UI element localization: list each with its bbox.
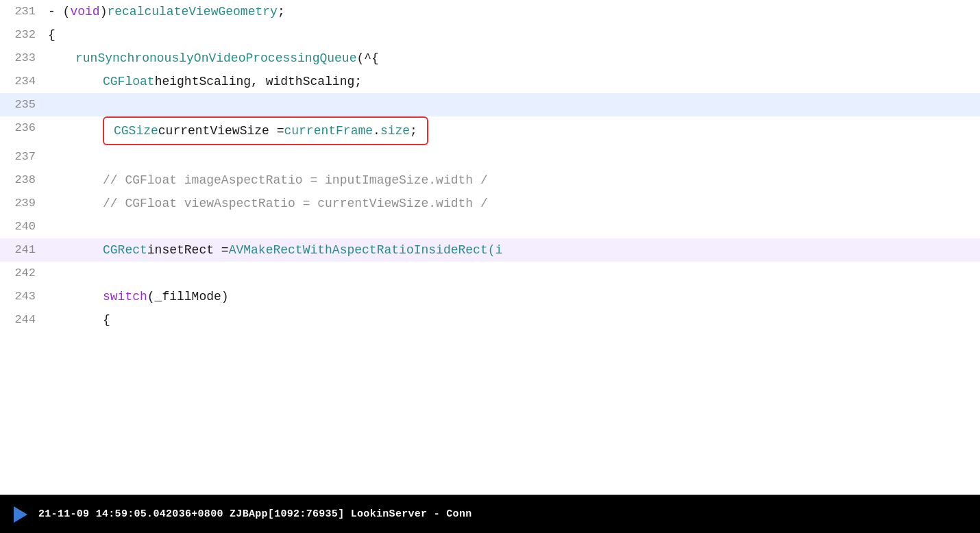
code-token: { <box>48 23 56 47</box>
code-token: AVMakeRectWithAspectRatioInsideRect(i <box>229 238 503 262</box>
line-content <box>48 145 980 169</box>
code-token: void <box>70 0 99 23</box>
code-token: runSynchronouslyOnVideoProcessingQueue <box>75 47 356 70</box>
line-number: 239 <box>0 192 48 215</box>
code-token: (^{ <box>356 47 378 70</box>
code-token: - ( <box>48 0 70 23</box>
code-line: 238// CGFloat imageAspectRatio = inputIm… <box>0 169 980 192</box>
code-line: 241CGRect insetRect = AVMakeRectWithAspe… <box>0 238 980 262</box>
code-area[interactable]: 231- (void)recalculateViewGeometry;232{2… <box>0 0 980 495</box>
code-token: CGFloat <box>103 70 155 93</box>
line-number: 238 <box>0 169 48 192</box>
code-token: recalculateViewGeometry <box>107 0 277 23</box>
code-token: CGRect <box>103 238 147 262</box>
editor-container: 231- (void)recalculateViewGeometry;232{2… <box>0 0 980 533</box>
code-line: 243switch(_fillMode) <box>0 285 980 308</box>
line-number: 240 <box>0 215 48 238</box>
code-token: . <box>373 119 380 142</box>
line-number: 231 <box>0 0 48 23</box>
highlighted-line-box: CGSize currentViewSize = currentFrame.si… <box>103 116 428 145</box>
code-token: heightScaling, widthScaling; <box>155 70 362 93</box>
line-number: 233 <box>0 47 48 70</box>
line-content: // CGFloat imageAspectRatio = inputImage… <box>48 169 980 192</box>
line-number: 243 <box>0 285 48 308</box>
line-content <box>48 262 980 285</box>
code-token: ) <box>100 0 108 23</box>
code-token: insetRect = <box>147 238 229 262</box>
line-number: 244 <box>0 308 48 332</box>
status-text: 21-11-09 14:59:05.042036+0800 ZJBApp[109… <box>38 508 472 520</box>
line-number: 232 <box>0 23 48 47</box>
code-token: size <box>380 119 410 142</box>
code-line: 234CGFloat heightScaling, widthScaling; <box>0 70 980 93</box>
line-number: 236 <box>0 116 48 145</box>
code-token: (_fillMode) <box>147 285 229 308</box>
line-number: 242 <box>0 262 48 285</box>
code-line: 237 <box>0 145 980 169</box>
code-line: 242 <box>0 262 980 285</box>
line-number: 237 <box>0 145 48 169</box>
code-token: switch <box>103 285 147 308</box>
line-content: - (void)recalculateViewGeometry; <box>48 0 980 23</box>
line-content: { <box>48 308 980 332</box>
code-line: 236CGSize currentViewSize = currentFrame… <box>0 116 980 145</box>
code-token: CGSize <box>114 119 158 142</box>
line-number: 234 <box>0 70 48 93</box>
code-line: 233runSynchronouslyOnVideoProcessingQueu… <box>0 47 980 70</box>
code-token: currentViewSize = <box>158 119 284 142</box>
code-line: 231- (void)recalculateViewGeometry; <box>0 0 980 23</box>
code-token: currentFrame <box>284 119 373 142</box>
code-line: 240 <box>0 215 980 238</box>
line-content: // CGFloat viewAspectRatio = currentView… <box>48 192 980 215</box>
line-content: CGSize currentViewSize = currentFrame.si… <box>48 116 980 145</box>
status-bar: 21-11-09 14:59:05.042036+0800 ZJBApp[109… <box>0 495 980 533</box>
code-token: { <box>103 308 110 332</box>
code-line: 232{ <box>0 23 980 47</box>
code-line: 239// CGFloat viewAspectRatio = currentV… <box>0 192 980 215</box>
line-content: CGFloat heightScaling, widthScaling; <box>48 70 980 93</box>
line-content <box>48 215 980 238</box>
line-content <box>48 93 980 116</box>
line-content: switch(_fillMode) <box>48 285 980 308</box>
code-token: // CGFloat imageAspectRatio = inputImage… <box>103 169 488 192</box>
debug-arrow-icon <box>14 506 27 523</box>
code-token: ; <box>410 119 417 142</box>
line-content: { <box>48 23 980 47</box>
code-line: 235 <box>0 93 980 116</box>
line-content: CGRect insetRect = AVMakeRectWithAspectR… <box>48 238 980 262</box>
line-number: 235 <box>0 93 48 116</box>
code-token: // CGFloat viewAspectRatio = currentView… <box>103 192 488 215</box>
line-content: runSynchronouslyOnVideoProcessingQueue(^… <box>48 47 980 70</box>
line-number: 241 <box>0 238 48 262</box>
code-token: ; <box>278 0 285 23</box>
code-line: 244{ <box>0 308 980 332</box>
